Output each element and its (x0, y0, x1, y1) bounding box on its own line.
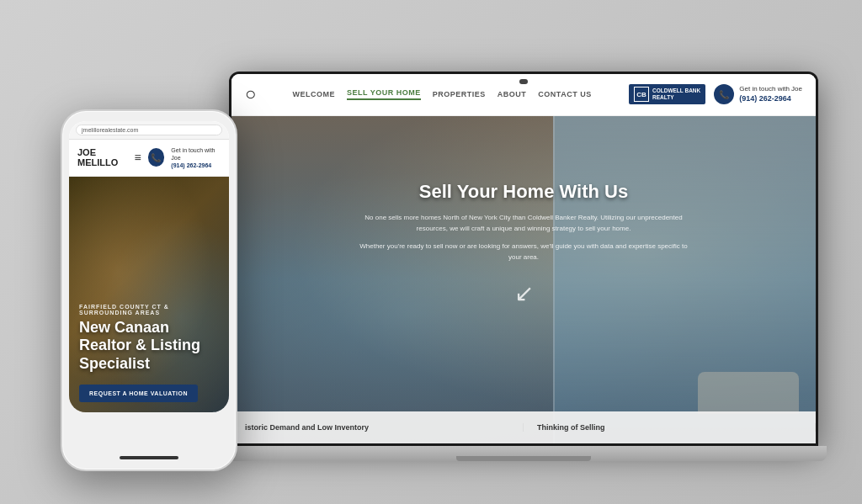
coldwell-line2: REALTY (652, 94, 700, 101)
hero-bottom-bar: istoric Demand and Low Inventory Thinkin… (231, 411, 816, 443)
nav-properties[interactable]: PROPERTIES (433, 90, 486, 98)
phone-screen: jmelillorealestate.com JOE MELILLO ≡ 📞 G… (69, 121, 229, 412)
nav-welcome[interactable]: WELCOME (293, 90, 336, 98)
hero-scroll-arrow: ↙ (290, 279, 757, 307)
mobile-phone-button[interactable]: 📞 (148, 148, 165, 167)
laptop-camera (519, 79, 528, 84)
hero-bottom-left: istoric Demand and Low Inventory (231, 423, 524, 432)
mobile-cta-button[interactable]: REQUEST A HOME VALUATION (79, 385, 198, 402)
phone-cta-label: Get in touch with Joe (739, 84, 802, 93)
mobile-hero-title: New Canaan Realtor & Listing Specialist (79, 319, 219, 374)
phone-icon[interactable]: 📞 (714, 84, 734, 104)
mobile-title-line1: New Canaan (79, 319, 169, 336)
mobile-logo: JOE MELILLO (77, 147, 134, 167)
mobile-url-bar[interactable]: jmelillorealestate.com (76, 125, 222, 135)
phone-outer: jmelillorealestate.com JOE MELILLO ≡ 📞 G… (61, 109, 237, 471)
phone-volume-down-button (61, 236, 62, 265)
phone-power-button (236, 187, 237, 229)
phone-home-indicator[interactable] (120, 456, 178, 459)
phone-cta: 📞 Get in touch with Joe (914) 262-2964 (714, 84, 802, 104)
phone-device: jmelillorealestate.com JOE MELILLO ≡ 📞 G… (61, 109, 237, 471)
coldwell-text: COLDWELL BANK REALTY (652, 88, 700, 101)
hero-paragraph2: Whether you're ready to sell now or are … (355, 241, 692, 263)
hero-title: Sell Your Home With Us (290, 181, 757, 203)
hero-bottom-right: Thinking of Selling (524, 423, 816, 432)
mobile-region-label: FAIRFIELD COUNTY CT & SURROUNDING AREAS (79, 304, 219, 316)
phone-volume-up-button (61, 199, 62, 229)
hero-section: Sell Your Home With Us No one sells more… (231, 116, 816, 443)
coldwell-logo-text: CB (636, 91, 646, 98)
coldwell-line1: COLDWELL BANK (652, 88, 700, 94)
nav-about[interactable]: ABOUT (498, 90, 527, 98)
mobile-header-right: ≡ 📞 Get in touch with Joe (914) 262-2964 (134, 146, 221, 169)
site-nav: WELCOME SELL YOUR HOME PROPERTIES ABOUT … (293, 88, 592, 100)
room-sofa (698, 372, 799, 414)
laptop-base (221, 446, 827, 461)
hero-content: Sell Your Home With Us No one sells more… (290, 181, 757, 307)
nav-sell-your-home[interactable]: SELL YOUR HOME (347, 88, 421, 100)
mobile-website: jmelillorealestate.com JOE MELILLO ≡ 📞 G… (69, 121, 229, 412)
mobile-hero-content: FAIRFIELD COUNTY CT & SURROUNDING AREAS … (79, 304, 219, 402)
mobile-title-line3: Specialist (79, 355, 150, 372)
coldwell-logo: CB (634, 87, 649, 102)
mobile-phone-cta: Get in touch with Joe (914) 262-2964 (171, 146, 221, 169)
mobile-phone-number[interactable]: (914) 262-2964 (171, 162, 211, 168)
mobile-hero: FAIRFIELD COUNTY CT & SURROUNDING AREAS … (69, 177, 229, 412)
laptop-screen: ○ WELCOME SELL YOUR HOME PROPERTIES ABOU… (231, 74, 816, 443)
nav-contact-us[interactable]: CONTACT US (538, 90, 591, 98)
laptop-device: ○ WELCOME SELL YOUR HOME PROPERTIES ABOU… (229, 72, 818, 475)
phone-cta-text: Get in touch with Joe (914) 262-2964 (739, 84, 802, 104)
header-right: CB COLDWELL BANK REALTY 📞 Get i (629, 84, 802, 104)
phone-mute-button (61, 170, 62, 191)
scene: ○ WELCOME SELL YOUR HOME PROPERTIES ABOU… (27, 13, 835, 492)
laptop-body: ○ WELCOME SELL YOUR HOME PROPERTIES ABOU… (229, 72, 818, 446)
mobile-cta-label: Get in touch with Joe (171, 146, 221, 162)
mobile-title-line2: Realtor & Listing (79, 337, 200, 353)
mobile-browser-bar: jmelillorealestate.com (69, 121, 229, 140)
mobile-header: JOE MELILLO ≡ 📞 Get in touch with Joe (9… (69, 140, 229, 177)
website: ○ WELCOME SELL YOUR HOME PROPERTIES ABOU… (231, 74, 816, 443)
hero-paragraph1: No one sells more homes North of New Yor… (355, 213, 692, 235)
mobile-menu-icon[interactable]: ≡ (134, 151, 141, 164)
site-logo: ○ (245, 83, 255, 105)
coldwell-badge: CB COLDWELL BANK REALTY (629, 84, 705, 104)
phone-number[interactable]: (914) 262-2964 (739, 94, 791, 103)
